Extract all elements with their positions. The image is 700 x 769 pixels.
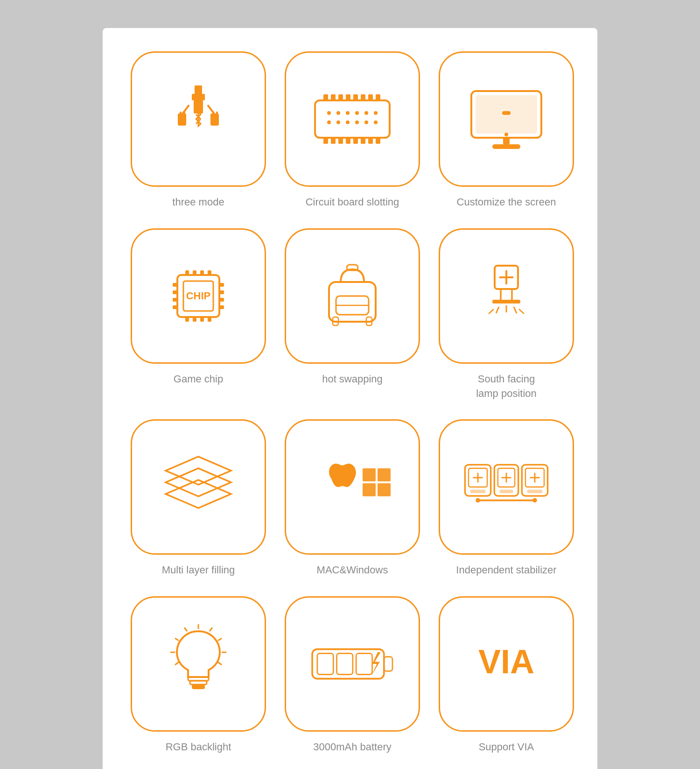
svg-point-45 xyxy=(504,133,508,136)
icon-box-hot-swapping xyxy=(285,228,420,364)
svg-line-112 xyxy=(218,638,222,641)
svg-line-118 xyxy=(175,662,179,665)
svg-rect-53 xyxy=(185,316,189,322)
svg-rect-88 xyxy=(378,483,391,496)
svg-point-105 xyxy=(476,498,480,503)
mac-windows-icon xyxy=(306,454,399,520)
svg-rect-122 xyxy=(337,654,353,675)
svg-rect-76 xyxy=(492,300,520,303)
feature-label-mac-windows: MAC&Windows xyxy=(317,563,388,578)
svg-rect-13 xyxy=(331,94,336,101)
svg-point-28 xyxy=(327,111,331,115)
feature-customize-screen: Customize the screen xyxy=(439,51,574,210)
svg-rect-62 xyxy=(218,290,224,294)
svg-rect-121 xyxy=(317,654,333,675)
svg-rect-44 xyxy=(492,144,520,149)
svg-rect-55 xyxy=(200,316,204,322)
svg-text:CHIP: CHIP xyxy=(186,290,211,302)
svg-rect-6 xyxy=(183,112,185,114)
icon-box-south-lamp xyxy=(439,228,574,364)
icon-box-multi-layer xyxy=(131,419,266,555)
svg-rect-43 xyxy=(503,138,510,144)
svg-rect-16 xyxy=(353,94,358,101)
svg-rect-93 xyxy=(470,490,485,494)
svg-rect-61 xyxy=(218,283,224,287)
feature-stabilizer: Independent stabilizer xyxy=(439,419,574,578)
svg-text:VIA: VIA xyxy=(478,643,534,680)
svg-rect-123 xyxy=(356,654,372,675)
svg-rect-63 xyxy=(218,298,224,302)
svg-line-113 xyxy=(184,628,187,631)
svg-rect-103 xyxy=(527,490,542,494)
feature-label-rgb: RGB backlight xyxy=(166,740,231,755)
svg-rect-4 xyxy=(178,113,186,126)
svg-line-114 xyxy=(175,638,179,641)
icon-box-battery xyxy=(285,596,420,732)
svg-rect-19 xyxy=(376,94,380,101)
feature-via: VIA Support VIA xyxy=(439,596,574,755)
svg-rect-23 xyxy=(346,137,350,144)
svg-point-39 xyxy=(374,120,378,124)
lamp-icon xyxy=(469,256,544,336)
layers-icon xyxy=(159,454,238,520)
svg-rect-25 xyxy=(361,137,365,144)
rgb-icon xyxy=(161,622,236,706)
svg-rect-86 xyxy=(378,468,391,481)
svg-rect-49 xyxy=(185,270,189,276)
feature-game-chip: CHIP xyxy=(131,228,266,401)
svg-rect-120 xyxy=(384,657,392,671)
svg-rect-85 xyxy=(363,468,376,481)
svg-rect-1 xyxy=(192,94,205,100)
svg-rect-21 xyxy=(331,137,336,144)
svg-rect-26 xyxy=(368,137,373,144)
feature-circuit-board: Circuit board slotting xyxy=(285,51,420,210)
feature-label-stabilizer: Independent stabilizer xyxy=(456,563,556,578)
svg-rect-50 xyxy=(193,270,196,276)
feature-rgb: RGB backlight xyxy=(131,596,266,755)
feature-label-three-mode: three mode xyxy=(172,195,224,210)
svg-rect-27 xyxy=(376,137,380,144)
svg-rect-17 xyxy=(361,94,365,101)
svg-line-78 xyxy=(496,307,499,313)
via-icon: VIA xyxy=(460,634,553,694)
svg-line-81 xyxy=(519,309,524,314)
icon-box-via: VIA xyxy=(439,596,574,732)
svg-rect-54 xyxy=(193,316,196,322)
svg-rect-58 xyxy=(173,290,178,294)
svg-line-80 xyxy=(489,309,494,314)
svg-point-37 xyxy=(355,120,359,124)
svg-point-30 xyxy=(346,111,350,115)
svg-rect-56 xyxy=(208,316,211,322)
feature-label-circuit-board: Circuit board slotting xyxy=(306,195,399,210)
svg-rect-109 xyxy=(192,684,205,689)
svg-marker-83 xyxy=(166,468,231,496)
feature-mac-windows: MAC&Windows xyxy=(285,419,420,578)
svg-rect-12 xyxy=(323,94,328,101)
svg-rect-18 xyxy=(368,94,373,101)
svg-rect-42 xyxy=(502,111,511,115)
svg-rect-15 xyxy=(346,94,350,101)
svg-rect-10 xyxy=(216,112,218,114)
svg-rect-14 xyxy=(338,94,343,101)
svg-rect-87 xyxy=(363,483,376,496)
feature-label-game-chip: Game chip xyxy=(174,372,223,387)
battery-icon xyxy=(308,636,397,692)
circuit-board-icon xyxy=(310,89,394,149)
svg-rect-11 xyxy=(315,100,390,138)
svg-point-106 xyxy=(532,498,537,503)
svg-rect-20 xyxy=(323,137,328,144)
svg-rect-59 xyxy=(173,298,178,302)
icon-box-circuit-board xyxy=(285,51,420,187)
feature-south-lamp: South facing lamp position xyxy=(439,228,574,401)
svg-rect-64 xyxy=(218,305,224,309)
svg-rect-98 xyxy=(500,490,513,494)
icon-box-three-mode xyxy=(131,51,266,187)
svg-point-35 xyxy=(336,120,340,124)
three-mode-icon xyxy=(161,82,236,156)
main-card: three mode xyxy=(103,28,597,769)
svg-rect-22 xyxy=(338,137,343,144)
svg-rect-5 xyxy=(180,112,182,114)
svg-rect-24 xyxy=(353,137,358,144)
svg-rect-51 xyxy=(200,270,204,276)
svg-rect-9 xyxy=(212,112,214,114)
